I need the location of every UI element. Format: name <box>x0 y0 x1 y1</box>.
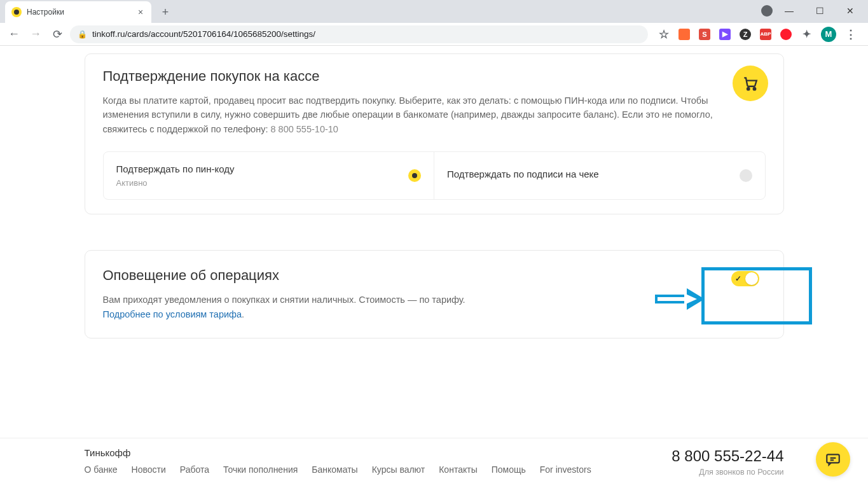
radio-selected-icon <box>408 169 421 182</box>
notifications-description: Вам приходят уведомления о покупках и сн… <box>103 293 465 321</box>
minimize-button[interactable]: — <box>775 1 803 20</box>
footer-link-about[interactable]: О банке <box>85 464 118 475</box>
browser-tab[interactable]: Настройки × <box>5 1 151 23</box>
profile-avatar[interactable]: M <box>821 27 836 42</box>
footer-link-contacts[interactable]: Контакты <box>439 464 477 475</box>
card-description: Когда вы платите картой, продавец просит… <box>103 94 713 136</box>
close-window-button[interactable]: ✕ <box>836 1 864 20</box>
notifications-toggle[interactable]: ✓ <box>731 271 759 286</box>
operation-notifications-card: Оповещение об операциях Вам приходят уве… <box>85 250 784 338</box>
extension-icon[interactable] <box>679 29 690 40</box>
footer-link-investors[interactable]: For investors <box>540 464 591 475</box>
footer-links: О банке Новости Работа Точки пополнения … <box>85 464 591 475</box>
new-tab-button[interactable]: + <box>156 3 174 21</box>
extension-icons: ☆ S ▶ Z ABP ✦ M ⋮ <box>652 27 863 42</box>
favicon-icon <box>11 7 22 17</box>
option-pin-title: Подтверждать по пин-коду <box>116 164 235 174</box>
page-content: Подтверждение покупок на кассе Когда вы … <box>0 46 868 488</box>
window-controls: — ☐ ✕ <box>761 1 868 20</box>
tariff-link[interactable]: Подробнее по условиям тарифа <box>103 309 242 319</box>
close-icon[interactable]: × <box>136 8 145 17</box>
account-dot-icon[interactable] <box>761 5 773 17</box>
footer-phone-sub: Для звонков по России <box>672 468 783 477</box>
browser-menu-icon[interactable]: ⋮ <box>845 29 857 40</box>
url-input[interactable]: 🔒 tinkoff.ru/cards/account/5201706164/10… <box>70 25 648 43</box>
footer: Тинькофф О банке Новости Работа Точки по… <box>0 438 868 488</box>
purchase-confirmation-card: Подтверждение покупок на кассе Когда вы … <box>85 53 784 214</box>
footer-brand: Тинькофф <box>85 447 591 458</box>
radio-unselected-icon <box>740 169 752 182</box>
card-title: Подтверждение покупок на кассе <box>103 68 766 85</box>
maximize-button[interactable]: ☐ <box>806 1 834 20</box>
extension-icon[interactable]: ▶ <box>719 29 731 40</box>
support-phone: 8 800 555-10-10 <box>270 124 338 134</box>
svg-rect-6 <box>827 454 839 463</box>
tab-title: Настройки <box>27 8 131 17</box>
extension-icon[interactable]: S <box>699 29 710 40</box>
footer-link-rates[interactable]: Курсы валют <box>372 464 425 475</box>
footer-phone: 8 800 555-22-44 <box>672 447 783 465</box>
option-pin[interactable]: Подтверждать по пин-коду Активно <box>104 152 434 199</box>
footer-link-refill[interactable]: Точки пополнения <box>223 464 298 475</box>
check-icon: ✓ <box>735 274 741 283</box>
notifications-title: Оповещение об операциях <box>103 267 465 284</box>
extension-icon[interactable]: Z <box>740 29 751 40</box>
cart-icon <box>733 66 768 101</box>
address-bar: ← → ⟳ 🔒 tinkoff.ru/cards/account/5201706… <box>0 23 868 46</box>
extension-icon[interactable] <box>780 29 792 40</box>
footer-link-news[interactable]: Новости <box>132 464 166 475</box>
url-text: tinkoff.ru/cards/account/5201706164/1065… <box>92 29 315 39</box>
chat-button[interactable] <box>816 442 850 477</box>
extensions-menu-icon[interactable]: ✦ <box>801 29 812 40</box>
option-signature[interactable]: Подтверждать по подписи на чеке <box>434 152 765 199</box>
lock-icon: 🔒 <box>78 30 87 39</box>
confirmation-options: Подтверждать по пин-коду Активно Подтвер… <box>103 151 766 200</box>
reload-button[interactable]: ⟳ <box>48 25 66 43</box>
svg-point-1 <box>753 88 755 90</box>
option-pin-status: Активно <box>116 178 235 188</box>
adblock-icon[interactable]: ABP <box>760 29 771 40</box>
footer-link-help[interactable]: Помощь <box>492 464 526 475</box>
footer-link-atm[interactable]: Банкоматы <box>312 464 357 475</box>
bookmark-star-icon[interactable]: ☆ <box>658 29 670 40</box>
footer-link-jobs[interactable]: Работа <box>180 464 209 475</box>
toggle-knob <box>745 272 758 285</box>
tab-strip: Настройки × + — ☐ ✕ <box>0 0 868 23</box>
browser-chrome: Настройки × + — ☐ ✕ ← → ⟳ 🔒 tinkoff.ru/c… <box>0 0 868 46</box>
option-signature-title: Подтверждать по подписи на чеке <box>447 169 599 179</box>
svg-point-0 <box>747 88 749 90</box>
forward-button[interactable]: → <box>27 25 45 43</box>
back-button[interactable]: ← <box>5 25 23 43</box>
